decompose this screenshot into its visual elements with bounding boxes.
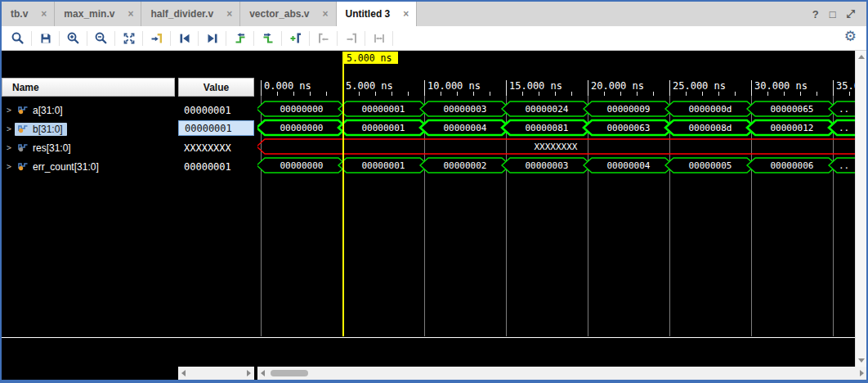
svg-text:00000000: 00000000: [280, 123, 324, 133]
signal-value-err-count[interactable]: 00000001: [178, 159, 254, 174]
signal-name: err_count[31:0]: [33, 161, 99, 173]
close-icon[interactable]: ×: [128, 8, 133, 20]
tab-label: tb.v: [11, 8, 28, 20]
value-column-header[interactable]: Value: [178, 78, 254, 97]
help-icon[interactable]: ?: [812, 8, 819, 20]
expand-icon[interactable]: >: [7, 143, 15, 152]
tab-half-divider-v[interactable]: half_divider.v ×: [141, 2, 240, 26]
tab-tb-v[interactable]: tb.v ×: [2, 2, 55, 26]
signal-name: a[31:0]: [33, 105, 63, 116]
float-window-icon[interactable]: ⤢: [847, 7, 855, 20]
previous-transition-icon[interactable]: [173, 28, 195, 49]
search-icon[interactable]: [7, 28, 29, 49]
tabbar-spacer: [417, 2, 812, 26]
next-transition-icon[interactable]: [201, 28, 223, 49]
value-horizontal-scrollbar[interactable]: [178, 367, 254, 380]
scroll-left-icon[interactable]: [261, 370, 265, 376]
svg-text:30.000 ns: 30.000 ns: [754, 80, 808, 92]
scroll-up-icon[interactable]: [858, 55, 865, 59]
next-edge-icon[interactable]: [257, 28, 279, 49]
scroll-right-icon[interactable]: [247, 370, 251, 376]
svg-text:5.000 ns: 5.000 ns: [346, 80, 393, 92]
toolbar-separator: [253, 31, 254, 46]
svg-text:0000008d: 0000008d: [689, 123, 732, 133]
expand-icon[interactable]: >: [7, 162, 15, 171]
toolbar-separator: [142, 31, 143, 46]
next-marker-icon[interactable]: [340, 28, 362, 49]
vertical-scrollbar[interactable]: [855, 51, 866, 367]
expand-icon[interactable]: >: [7, 106, 15, 115]
svg-text:0.000 ns: 0.000 ns: [264, 80, 311, 92]
scrollbar-thumb[interactable]: [271, 370, 308, 376]
signal-value-b[interactable]: 00000001: [178, 120, 254, 136]
toolbar-separator: [198, 31, 199, 46]
scroll-left-icon[interactable]: [181, 370, 186, 376]
zoom-out-icon[interactable]: [90, 28, 112, 49]
signal-row-res[interactable]: > res[31:0]: [2, 140, 175, 155]
tab-vector-abs-v[interactable]: vector_abs.v ×: [240, 2, 336, 26]
bus-signal-icon: [18, 143, 29, 152]
signal-row-a[interactable]: > a[31:0]: [2, 102, 175, 118]
svg-text:00000001: 00000001: [362, 160, 405, 171]
maximize-icon[interactable]: □: [830, 8, 836, 20]
toolbar-separator: [309, 31, 310, 46]
scroll-down-icon[interactable]: [858, 358, 865, 363]
toolbar-separator: [170, 31, 171, 46]
tab-max-min-v[interactable]: max_min.v ×: [55, 2, 141, 26]
editor-tab-bar: tb.v × max_min.v × half_divider.v × vect…: [2, 2, 866, 27]
tab-label: Untitled 3: [346, 8, 391, 20]
svg-text:10.000 ns: 10.000 ns: [427, 80, 481, 92]
svg-text:35.000 ns: 35.000 ns: [836, 80, 855, 92]
signal-name: res[31:0]: [33, 142, 71, 154]
scroll-corner[interactable]: [855, 367, 866, 380]
waveform-canvas[interactable]: 0.000 ns5.000 ns10.000 ns15.000 ns20.000…: [257, 51, 855, 337]
close-icon[interactable]: ×: [226, 8, 232, 20]
svg-text:00000003: 00000003: [526, 160, 569, 171]
wave-horizontal-scrollbar[interactable]: [257, 367, 855, 380]
name-column-header[interactable]: Name: [2, 78, 175, 97]
bus-signal-icon: [18, 124, 29, 133]
settings-gear-icon[interactable]: ⚙: [844, 28, 857, 45]
tab-label: half_divider.v: [150, 8, 213, 20]
add-marker-icon[interactable]: [284, 28, 306, 49]
panel-window-icons: ? □ ⤢: [812, 2, 855, 26]
wave-viewer-main: Name Value > a[31:0] > b[31:0] > res[31:…: [2, 51, 866, 380]
tab-label: max_min.v: [64, 8, 114, 20]
zoom-to-selection-icon[interactable]: [368, 28, 390, 49]
toolbar-separator: [281, 31, 282, 46]
svg-text:00000063: 00000063: [607, 123, 651, 133]
expand-icon[interactable]: >: [7, 124, 15, 133]
save-icon[interactable]: [34, 28, 56, 49]
svg-text:00000005: 00000005: [689, 160, 732, 171]
close-icon[interactable]: ×: [403, 8, 409, 20]
toolbar-separator: [31, 31, 32, 46]
svg-text:5.000 ns: 5.000 ns: [347, 52, 391, 64]
previous-marker-icon[interactable]: [312, 28, 334, 49]
bus-signal-icon: [18, 106, 29, 115]
wave-toolbar: ⚙: [2, 26, 866, 51]
svg-text:00000009: 00000009: [607, 104, 651, 115]
toolbar-separator: [226, 31, 226, 46]
toolbar-separator: [337, 31, 338, 46]
close-icon[interactable]: ×: [323, 8, 329, 20]
svg-text:00000000: 00000000: [280, 160, 324, 171]
signal-value-a[interactable]: 00000001: [178, 102, 254, 118]
svg-text:00000004: 00000004: [444, 123, 487, 133]
previous-edge-icon[interactable]: [229, 28, 251, 49]
signal-value-res[interactable]: XXXXXXXX: [178, 140, 254, 155]
svg-text:00000081: 00000081: [526, 123, 569, 133]
svg-text:00000002: 00000002: [444, 160, 487, 171]
signal-row-err-count[interactable]: > err_count[31:0]: [2, 159, 175, 174]
tab-untitled-3[interactable]: Untitled 3 ×: [337, 2, 418, 26]
zoom-fit-icon[interactable]: [118, 28, 140, 49]
bus-signal-icon: [18, 162, 29, 171]
close-icon[interactable]: ×: [41, 8, 47, 20]
svg-text:00000001: 00000001: [362, 104, 405, 115]
signal-row-b[interactable]: > b[31:0]: [2, 121, 175, 137]
svg-text:..: ..: [839, 160, 849, 171]
scroll-right-icon[interactable]: [860, 370, 864, 376]
svg-text:..: ..: [839, 104, 849, 115]
go-to-time-cursor-icon[interactable]: [145, 28, 168, 49]
zoom-in-icon[interactable]: [62, 28, 84, 49]
svg-text:0000000d: 0000000d: [689, 104, 732, 115]
